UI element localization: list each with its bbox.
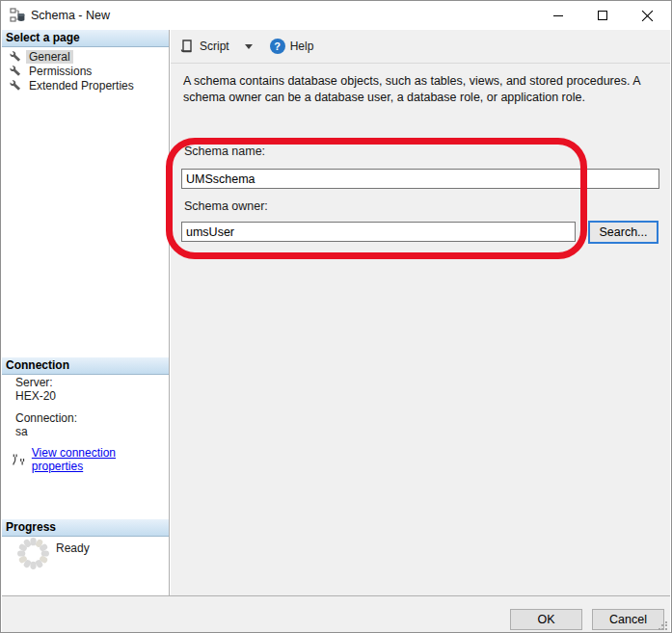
close-button[interactable] xyxy=(625,1,669,30)
script-label: Script xyxy=(200,40,229,53)
view-connection-properties-link[interactable]: View connection properties xyxy=(32,446,169,473)
maximize-button[interactable] xyxy=(580,1,625,30)
schema-name-label: Schema name: xyxy=(184,145,265,158)
title-bar[interactable]: Schema - New xyxy=(1,1,671,30)
schema-description-text: A schema contains database objects, such… xyxy=(183,73,650,106)
close-icon xyxy=(641,10,654,22)
resize-grip[interactable] xyxy=(659,621,668,631)
schema-owner-input[interactable] xyxy=(181,222,576,242)
select-a-page-header: Select a page xyxy=(2,30,169,47)
sidebar-item-extended-properties[interactable]: Extended Properties xyxy=(2,78,169,92)
schema-new-dialog: Schema - New Select a page General Permi… xyxy=(0,0,672,633)
sidebar-item-label: General xyxy=(26,50,73,64)
wrench-icon xyxy=(10,65,22,77)
minimize-button[interactable] xyxy=(536,1,580,30)
toolbar: Script ? Help xyxy=(171,30,670,64)
script-dropdown-icon[interactable] xyxy=(245,44,253,49)
sidebar-item-permissions[interactable]: Permissions xyxy=(2,64,169,78)
sidebar-item-general[interactable]: General xyxy=(2,49,169,64)
connection-label: Connection: xyxy=(15,411,77,425)
script-icon xyxy=(179,39,195,54)
wrench-icon xyxy=(10,79,22,92)
schema-owner-label: Schema owner: xyxy=(184,199,268,213)
footer-bar: OK Cancel xyxy=(2,595,670,633)
minimize-icon xyxy=(552,10,564,21)
sidebar-item-label: Extended Properties xyxy=(26,79,137,92)
server-value: HEX-20 xyxy=(15,389,56,403)
connection-value: sa xyxy=(15,425,28,438)
search-button[interactable]: Search... xyxy=(588,221,659,244)
help-icon: ? xyxy=(270,39,285,54)
connection-header: Connection xyxy=(2,357,169,375)
progress-header: Progress xyxy=(2,519,169,537)
sidebar: Select a page General Permissions Extend… xyxy=(2,30,170,595)
progress-status: Ready xyxy=(56,541,90,555)
connection-plug-icon xyxy=(12,453,26,467)
help-button[interactable]: ? Help xyxy=(253,35,318,58)
maximize-icon xyxy=(597,10,608,21)
server-label: Server: xyxy=(15,376,53,389)
script-button[interactable]: Script xyxy=(171,35,233,58)
help-label: Help xyxy=(290,40,314,53)
window-title: Schema - New xyxy=(31,9,110,22)
ok-button[interactable]: OK xyxy=(510,609,582,630)
wrench-icon xyxy=(10,50,22,63)
schema-name-input[interactable] xyxy=(181,169,659,189)
cancel-button[interactable]: Cancel xyxy=(592,609,664,630)
progress-spinner-icon xyxy=(15,536,51,571)
main-panel: Script ? Help A schema contains database… xyxy=(171,30,670,595)
sidebar-item-label: Permissions xyxy=(26,65,94,78)
schema-icon xyxy=(10,8,25,23)
